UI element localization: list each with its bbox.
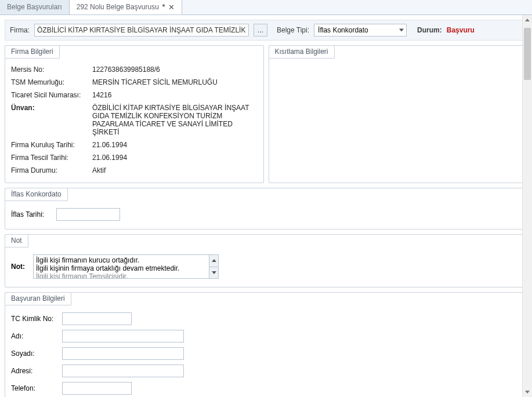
basvuran-bilgileri-section: Başvuran Bilgileri TC Kimlik No: Adı: So… — [5, 292, 527, 397]
firma-durum-value: Aktif — [92, 166, 258, 174]
iflas-konkordato-section: İflas Konkordato İflas Tarihi: — [5, 188, 527, 230]
scroll-up-button[interactable] — [523, 15, 532, 25]
not-section-title: Not — [5, 234, 28, 247]
mersis-no-label: Mersis No: — [11, 65, 92, 74]
basvuran-section-title: Başvuran Bilgileri — [5, 292, 71, 305]
chevron-down-icon — [399, 29, 404, 32]
top-form-bar: Firma: ... Belge Tipi: İflas Konkordato … — [5, 20, 527, 41]
scroll-thumb[interactable] — [524, 28, 531, 80]
iflas-tarihi-input[interactable] — [56, 208, 120, 221]
not-spinner — [209, 255, 218, 278]
adi-input[interactable] — [62, 330, 184, 343]
firma-lookup-button[interactable]: ... — [254, 24, 267, 37]
tsm-value: MERSİN TİCARET SİCİL MEMURLUĞU — [92, 78, 258, 86]
durum-label: Durum: — [417, 26, 442, 34]
mersis-no-value: 1227638639985188/6 — [92, 65, 258, 74]
kurulus-label: Firma Kuruluş Tarihi: — [11, 141, 92, 149]
not-multiselect[interactable]: İlgili kişi firmanın kurucu ortağıdır. İ… — [33, 254, 219, 279]
adi-label: Adı: — [11, 332, 57, 340]
belge-tipi-value: İflas Konkordato — [318, 26, 368, 34]
two-column-row: Firma Bilgileri Mersis No:12276386399851… — [5, 45, 527, 183]
tab-292-nolu-belge[interactable]: 292 Nolu Belge Başvurusu * ✕ — [70, 0, 183, 14]
adresi-input[interactable] — [62, 365, 184, 377]
durum-value: Başvuru — [447, 26, 475, 34]
firma-group-title: Firma Bilgileri — [5, 45, 60, 59]
chevron-up-icon — [212, 259, 216, 262]
firma-label: Firma: — [10, 26, 30, 34]
unvan-label: Ünvan: — [11, 104, 92, 136]
tescil-value: 21.06.1994 — [92, 154, 258, 162]
kurulus-value: 21.06.1994 — [92, 141, 258, 149]
tc-kimlik-label: TC Kimlik No: — [11, 315, 57, 323]
not-label: Not: — [11, 263, 28, 271]
ellipsis-icon: ... — [258, 26, 263, 34]
chevron-down-icon — [525, 391, 530, 394]
ts-no-value: 14216 — [92, 91, 258, 99]
not-line-2: İlgili kişinin firmaya ortaklığı devam e… — [36, 264, 208, 272]
tc-kimlik-input[interactable] — [62, 312, 132, 325]
tsm-label: TSM Memurluğu: — [11, 78, 92, 86]
soyadi-label: Soyadı: — [11, 349, 57, 358]
chevron-up-icon — [525, 19, 530, 21]
adresi-label: Adresi: — [11, 367, 57, 375]
belge-tipi-select[interactable]: İflas Konkordato — [314, 24, 407, 37]
iflas-section-title: İflas Konkordato — [5, 188, 68, 201]
tab-belge-basvurulari[interactable]: Belge Başvuruları — [0, 0, 70, 14]
belge-tipi-label: Belge Tipi: — [277, 26, 309, 34]
tab-label: Belge Başvuruları — [7, 0, 62, 14]
tescil-label: Firma Tescil Tarihi: — [11, 154, 92, 162]
content-area: Firma: ... Belge Tipi: İflas Konkordato … — [0, 15, 532, 397]
ts-no-label: Ticaret Sicil Numarası: — [11, 91, 92, 99]
kisitlama-group-title: Kısıtlama Bilgileri — [269, 45, 335, 59]
chevron-down-icon — [212, 271, 216, 274]
not-line-3: İlgili kişi firmanın Temsilcisidir. — [36, 272, 208, 279]
kisitlama-bilgileri-group: Kısıtlama Bilgileri — [269, 45, 528, 183]
vertical-scrollbar[interactable] — [522, 15, 532, 397]
not-spin-up-button[interactable] — [209, 255, 218, 267]
tab-dirty-marker: * — [162, 0, 165, 14]
firma-durum-label: Firma Durumu: — [11, 166, 92, 174]
not-line-1: İlgili kişi firmanın kurucu ortağıdır. — [36, 256, 208, 264]
iflas-tarihi-label: İflas Tarihi: — [11, 210, 52, 218]
tab-label: 292 Nolu Belge Başvurusu — [77, 0, 159, 14]
telefon-label: Telefon: — [11, 384, 57, 392]
telefon-input[interactable] — [62, 382, 132, 395]
not-spin-down-button[interactable] — [209, 267, 218, 279]
unvan-value: ÖZBİLİCİ KİTAP KIRTASİYE BİLGİSAYAR İNŞA… — [92, 104, 258, 136]
scroll-down-button[interactable] — [523, 387, 532, 397]
soyadi-input[interactable] — [62, 347, 184, 360]
firma-input[interactable] — [34, 24, 249, 37]
firma-bilgileri-group: Firma Bilgileri Mersis No:12276386399851… — [5, 45, 264, 183]
tab-bar: Belge Başvuruları 292 Nolu Belge Başvuru… — [0, 0, 532, 15]
not-section: Not Not: İlgili kişi firmanın kurucu ort… — [5, 234, 527, 287]
tab-close-icon[interactable]: ✕ — [168, 3, 175, 11]
